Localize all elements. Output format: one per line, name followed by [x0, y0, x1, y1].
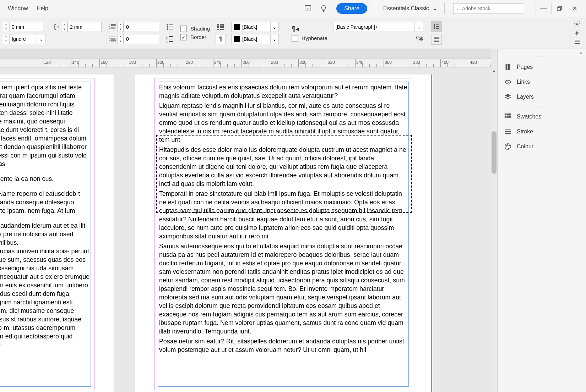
svg-rect-33: [505, 116, 507, 118]
panel-colour-label: Colour: [517, 143, 533, 150]
align-to-frame-button[interactable]: [431, 21, 442, 32]
spinner-offset-top[interactable]: ▲▼: [3, 22, 9, 32]
hyphenate-label: Hyphenate: [302, 35, 327, 41]
pilcrow-icon[interactable]: ¶: [216, 34, 226, 44]
settings-gear-icon[interactable]: [572, 19, 582, 28]
pilcrow-clear-icon[interactable]: ¶✱: [415, 34, 425, 44]
menu-help[interactable]: Help: [32, 3, 53, 14]
svg-rect-15: [169, 41, 173, 42]
svg-rect-25: [434, 24, 435, 29]
hyphenate-checkbox[interactable]: [292, 35, 298, 42]
control-bar: ▲▼ 0 mm ▲▼ Ignore ⌄ ▲▼ 2 mm ▲▼ 0: [0, 17, 586, 49]
panel-swatches[interactable]: Swatches: [498, 109, 586, 124]
panel-links-label: Links: [517, 79, 530, 85]
text-column-right[interactable]: Ebis volorum faccust ea eris ipsaectias …: [159, 83, 407, 354]
panel-links[interactable]: Links: [498, 74, 586, 89]
ignore-dropdown[interactable]: ⌄: [37, 34, 45, 44]
dock-grip[interactable]: ::::::::: [498, 55, 586, 60]
svg-point-4: [167, 24, 168, 26]
stock-search-input[interactable]: [462, 6, 524, 11]
page-left[interactable]: n sit ommos rem ipient opta sitis net le…: [0, 74, 114, 392]
stroke-icon: [504, 128, 512, 136]
window-restore-button[interactable]: [551, 3, 567, 14]
panel-dock: « :::::::: Pages Links Layers ::::::::: [497, 49, 586, 392]
page-right[interactable]: Ebis volorum faccust ea eris ipsaectias …: [135, 74, 432, 392]
workspace-select[interactable]: Essentials Classic ⌄: [380, 3, 441, 14]
menu-window[interactable]: Window: [4, 3, 32, 14]
bullets-icon[interactable]: [165, 22, 175, 32]
pilcrow-large-icon[interactable]: ¶◂: [292, 24, 299, 33]
border-swatch-select[interactable]: [Black]: [231, 34, 270, 44]
panel-layers-label: Layers: [517, 94, 534, 100]
touch-icon[interactable]: [303, 4, 313, 13]
svg-rect-3: [111, 40, 115, 41]
panel-stroke[interactable]: Stroke: [498, 124, 586, 139]
svg-rect-14: [169, 39, 173, 39]
shading-swatch-select[interactable]: [Black]: [231, 22, 270, 32]
svg-rect-24: [222, 29, 224, 30]
svg-rect-35: [509, 116, 511, 118]
grid-icon[interactable]: [216, 22, 226, 32]
links-icon: [504, 78, 512, 86]
svg-point-37: [507, 144, 508, 145]
field-offset2[interactable]: 2 mm: [67, 22, 102, 32]
numbering-icon[interactable]: 123: [165, 34, 175, 44]
text-column-left[interactable]: n sit ommos rem ipient opta sitis net le…: [0, 83, 89, 349]
shading-top-icon: [107, 22, 117, 32]
shading-checkbox[interactable]: [180, 26, 187, 32]
border-checkbox[interactable]: [180, 34, 187, 40]
pages-icon: [504, 63, 512, 71]
svg-rect-30: [505, 114, 507, 116]
border-label: Border: [190, 34, 206, 40]
field-ignore[interactable]: Ignore: [9, 34, 37, 44]
svg-point-36: [506, 145, 506, 146]
paragraph-style-select[interactable]: [Basic Paragraph]+: [333, 22, 415, 32]
svg-rect-17: [220, 24, 222, 26]
dock-collapse-icon[interactable]: «: [497, 50, 585, 55]
stock-search[interactable]: ⌕: [453, 3, 524, 14]
document-canvas[interactable]: 1201401601802002202402602803003203403603…: [0, 49, 497, 392]
dock-grip-2[interactable]: ::::::::: [498, 104, 586, 109]
align-to-baseline-button[interactable]: [431, 34, 442, 45]
spinner-shadebot[interactable]: ▲▼: [117, 34, 124, 44]
link-offsets-icon[interactable]: [51, 22, 61, 32]
shading-label: Shading: [190, 26, 210, 32]
scrollbar-thumb[interactable]: [492, 131, 497, 174]
panel-pages[interactable]: Pages: [498, 60, 586, 74]
bulb-icon[interactable]: [319, 4, 329, 13]
svg-rect-9: [169, 29, 173, 29]
panel-layers[interactable]: Layers: [498, 89, 586, 104]
field-shadetop[interactable]: 0: [124, 22, 159, 32]
svg-rect-7: [169, 24, 173, 25]
field-offset-top[interactable]: 0 mm: [9, 22, 43, 32]
scroll-up-icon[interactable]: ▲: [491, 67, 497, 74]
spinner-offset2[interactable]: ▲▼: [61, 22, 67, 32]
svg-rect-27: [436, 26, 439, 27]
colour-icon: [504, 143, 512, 150]
svg-rect-8: [169, 27, 173, 27]
field-shadebot[interactable]: 0: [124, 34, 159, 44]
svg-point-29: [576, 23, 578, 24]
bolt-icon[interactable]: [572, 28, 582, 38]
window-minimize-button[interactable]: —: [536, 3, 551, 14]
svg-rect-16: [217, 24, 219, 26]
spinner-shadetop[interactable]: ▲▼: [117, 22, 124, 32]
panel-stroke-label: Stroke: [517, 128, 533, 135]
svg-rect-1: [557, 7, 560, 11]
vertical-scrollbar[interactable]: ▲: [491, 67, 497, 392]
panel-colour[interactable]: Colour: [498, 139, 586, 154]
hamburger-menu-icon[interactable]: [572, 37, 582, 46]
swatches-icon: [504, 113, 512, 121]
border-swatch-dropdown[interactable]: ⌄: [270, 34, 279, 44]
svg-rect-26: [436, 24, 439, 25]
horizontal-ruler[interactable]: 1201401601802002202402602803003203403603…: [0, 59, 491, 67]
svg-point-6: [167, 28, 168, 30]
share-button[interactable]: Share: [336, 3, 367, 14]
shading-swatch-dropdown[interactable]: ⌄: [270, 22, 279, 32]
svg-rect-28: [436, 28, 439, 29]
window-close-button[interactable]: ✕: [567, 3, 582, 14]
paragraph-style-dropdown[interactable]: ⌄: [415, 22, 423, 32]
layers-icon: [504, 93, 512, 101]
svg-rect-34: [507, 116, 509, 118]
spinner-ignore[interactable]: ▲▼: [3, 34, 9, 44]
